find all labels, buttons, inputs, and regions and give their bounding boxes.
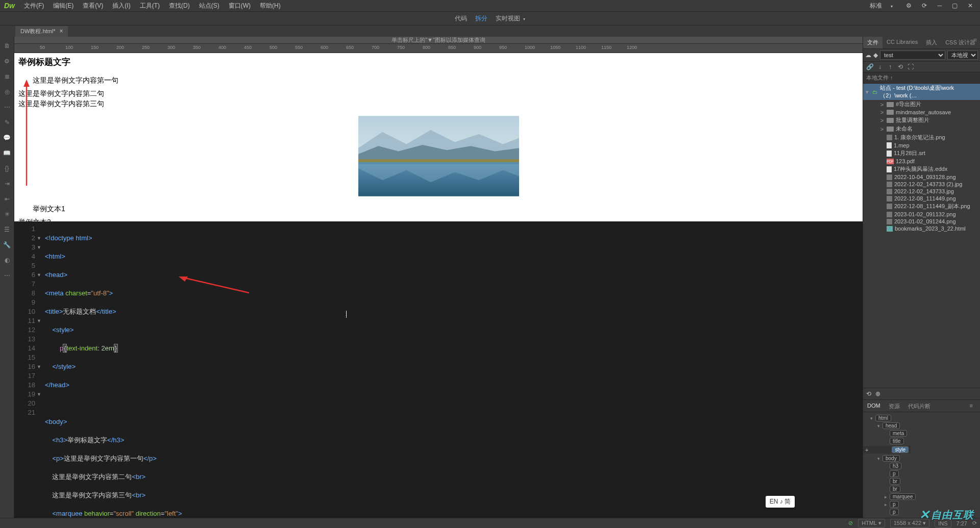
dom-node[interactable]: br bbox=[865, 477, 978, 485]
minimize-icon[interactable]: ─ bbox=[934, 1, 945, 10]
tab-insert[interactable]: 插入 bbox=[922, 37, 941, 48]
rail-star-icon[interactable]: ✳ bbox=[3, 210, 11, 218]
sync-icon[interactable]: ⟳ bbox=[919, 1, 930, 10]
tree-row[interactable]: 2022-10-04_093128.png bbox=[863, 173, 980, 181]
tree-item-label: 123.pdf bbox=[896, 158, 915, 164]
rail-dotted-icon[interactable]: ⋯ bbox=[3, 103, 11, 111]
rail-braces-icon[interactable]: {} bbox=[3, 164, 11, 172]
tab-dom[interactable]: DOM bbox=[863, 401, 885, 412]
tree-row[interactable]: >批量调整图片 bbox=[863, 116, 980, 124]
rail-chat-icon[interactable]: 💬 bbox=[3, 134, 11, 142]
dom-node[interactable]: +style bbox=[865, 445, 978, 455]
line-number: 19▼ bbox=[14, 390, 41, 399]
view-split-button[interactable]: 拆分 bbox=[475, 14, 487, 23]
rail-indent-icon[interactable]: ⇥ bbox=[3, 180, 11, 188]
view-select[interactable]: 本地视图 bbox=[947, 51, 978, 60]
rail-tools-icon[interactable]: 🔧 bbox=[3, 241, 11, 249]
refresh-icon[interactable]: ⟲ bbox=[866, 390, 871, 397]
tree-row[interactable]: PDF123.pdf bbox=[863, 158, 980, 165]
rail-target-icon[interactable]: ◎ bbox=[3, 88, 11, 96]
rail-list-icon[interactable]: ☰ bbox=[3, 225, 11, 234]
code-lines[interactable]: <!doctype html> <html> <head> <meta char… bbox=[45, 221, 863, 518]
app-logo: Dw bbox=[4, 2, 15, 10]
tree-row[interactable]: 1.mep bbox=[863, 142, 980, 149]
tree-row[interactable]: 17种头脑风暴法.eddx bbox=[863, 165, 980, 173]
tree-row[interactable]: 2023-01-02_091244.png bbox=[863, 218, 980, 225]
close-icon[interactable]: ✕ bbox=[965, 1, 976, 10]
menu-view[interactable]: 查看(V) bbox=[79, 0, 107, 12]
dom-node[interactable]: p bbox=[865, 470, 978, 477]
tree-root[interactable]: ▾🗀 站点 - test (D:\tools\桌面\work（2）\work (… bbox=[863, 84, 980, 100]
tree-row[interactable]: 2023-01-02_091132.png bbox=[863, 211, 980, 218]
menu-find[interactable]: 查找(D) bbox=[165, 0, 194, 12]
cloud-icon[interactable]: ☁ bbox=[865, 52, 871, 59]
dom-node[interactable]: ▸marquee bbox=[865, 493, 978, 500]
right-panel: 文件 CC Libraries 插入 CSS 设计器 ≡ ☁ ◆ test 本地… bbox=[863, 37, 980, 518]
rail-brush-icon[interactable]: ✎ bbox=[3, 118, 11, 127]
menu-file[interactable]: 文件(F) bbox=[20, 0, 48, 12]
panel-collapse-icon[interactable]: ≡ bbox=[974, 37, 977, 43]
dom-node[interactable]: meta bbox=[865, 430, 978, 437]
status-ok-icon[interactable]: ⊘ bbox=[848, 520, 853, 526]
view-code-button[interactable]: 代码 bbox=[455, 14, 467, 23]
tree-item-label: 11月28日.srt bbox=[894, 149, 925, 157]
menu-tools[interactable]: 工具(T) bbox=[136, 0, 164, 12]
site-select[interactable]: test bbox=[880, 51, 945, 60]
rail-sliders-icon[interactable]: ⚙ bbox=[3, 57, 11, 65]
expand-icon[interactable]: ⛶ bbox=[907, 63, 914, 70]
maximize-icon[interactable]: ▢ bbox=[949, 1, 961, 10]
code-editor[interactable]: 12▼3▼456▼7891011▼1213141516▼171819▼2021 … bbox=[14, 221, 863, 518]
tree-row[interactable]: 2022-12-08_111449.png bbox=[863, 195, 980, 202]
menu-insert[interactable]: 插入(I) bbox=[108, 0, 134, 12]
dom-add-icon[interactable]: + bbox=[865, 447, 868, 453]
view-live-button[interactable]: 实时视图 ▾ bbox=[496, 14, 525, 23]
define-icon[interactable]: ◆ bbox=[873, 52, 878, 59]
tree-row[interactable]: >#导出图片 bbox=[863, 100, 980, 109]
connect-icon[interactable]: 🔗 bbox=[866, 63, 873, 70]
dom-node[interactable]: ▾html bbox=[865, 414, 978, 422]
status-lang[interactable]: HTML ▾ bbox=[858, 519, 885, 527]
tree-row[interactable]: bookmarks_2023_3_22.html bbox=[863, 225, 980, 232]
dom-node[interactable]: ▾body bbox=[865, 455, 978, 462]
upload-icon[interactable]: ↑ bbox=[887, 63, 894, 70]
menu-window[interactable]: 窗口(W) bbox=[225, 0, 255, 12]
tab-assets[interactable]: 资源 bbox=[885, 401, 904, 412]
dom-node[interactable]: h3 bbox=[865, 462, 978, 470]
download-icon[interactable]: ↓ bbox=[876, 63, 884, 70]
media-query-bar[interactable]: 单击标尺上的"▼"图标以添加媒体查询 bbox=[14, 37, 863, 44]
rail-undo-icon[interactable]: ◐ bbox=[3, 256, 11, 264]
tree-row[interactable]: >mindmaster_autosave bbox=[863, 109, 980, 116]
tab-cc-libraries[interactable]: CC Libraries bbox=[883, 37, 922, 48]
rail-more-icon[interactable]: ⋯ bbox=[3, 271, 11, 280]
dom-node[interactable]: br bbox=[865, 485, 978, 493]
rail-book-icon[interactable]: 📖 bbox=[3, 149, 11, 157]
tab-close-icon[interactable]: × bbox=[59, 28, 63, 35]
file-tab[interactable]: DW教程.html* × bbox=[15, 26, 68, 37]
menu-help[interactable]: 帮助(H) bbox=[256, 0, 285, 12]
gear-icon[interactable]: ⚙ bbox=[903, 1, 915, 10]
tree-row[interactable]: 11月28日.srt bbox=[863, 149, 980, 158]
rail-outdent-icon[interactable]: ⇤ bbox=[3, 195, 11, 203]
tree-row[interactable]: 1. 康奈尔笔记法.png bbox=[863, 133, 980, 142]
rail-file-icon[interactable]: 🗎 bbox=[3, 42, 11, 50]
ime-indicator[interactable]: EN ♪ 简 bbox=[766, 496, 795, 508]
sync-files-icon[interactable]: ⟲ bbox=[897, 63, 904, 70]
menu-edit[interactable]: 编辑(E) bbox=[49, 0, 78, 12]
live-preview[interactable]: 举例标题文字 这里是举例文字内容第一句 这里是举例文字内容第二句 这里是举例文字… bbox=[14, 53, 863, 221]
dom-node[interactable]: title bbox=[865, 437, 978, 445]
ruler[interactable]: 5010015020025030035040045050055060065070… bbox=[14, 44, 863, 53]
tree-row[interactable]: 2022-12-08_111449_副本.png bbox=[863, 202, 980, 211]
dom-node[interactable]: ▸p bbox=[865, 500, 978, 508]
files-header[interactable]: 本地文件 ↑ bbox=[863, 72, 980, 84]
tab-snippets[interactable]: 代码片断 bbox=[904, 401, 935, 412]
workspace-selector[interactable]: 标准 ▾ bbox=[864, 1, 899, 11]
dom-node[interactable]: ▾head bbox=[865, 422, 978, 430]
rail-layers-icon[interactable]: ≣ bbox=[3, 72, 11, 81]
tab-files[interactable]: 文件 bbox=[863, 37, 883, 48]
menu-site[interactable]: 站点(S) bbox=[195, 0, 224, 12]
dom-collapse-icon[interactable]: ≡ bbox=[966, 401, 977, 410]
tree-row[interactable]: 2022-12-02_143733 (2).jpg bbox=[863, 181, 980, 188]
link-files-icon[interactable]: ⊕ bbox=[875, 390, 880, 397]
tree-row[interactable]: 2022-12-02_143733.jpg bbox=[863, 188, 980, 195]
tree-row[interactable]: >未命名 bbox=[863, 124, 980, 133]
